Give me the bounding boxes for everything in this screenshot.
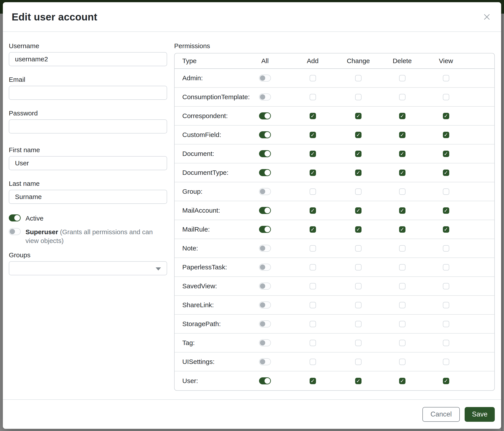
- permission-delete-checkbox[interactable]: [399, 340, 405, 346]
- permission-view-checkbox[interactable]: ✓: [443, 113, 449, 119]
- permission-change-checkbox[interactable]: [355, 359, 361, 365]
- permission-all-toggle[interactable]: [259, 74, 271, 81]
- permission-change-checkbox[interactable]: ✓: [355, 132, 361, 138]
- permission-view-checkbox[interactable]: ✓: [443, 170, 449, 176]
- permission-delete-checkbox[interactable]: ✓: [399, 378, 405, 384]
- permission-add-checkbox[interactable]: ✓: [310, 132, 316, 138]
- permission-all-toggle[interactable]: [259, 339, 271, 346]
- permission-all-toggle[interactable]: [259, 320, 271, 327]
- permission-add-checkbox[interactable]: [310, 340, 316, 346]
- permission-view-checkbox[interactable]: [443, 283, 449, 289]
- permission-delete-checkbox[interactable]: [399, 94, 405, 100]
- permission-all-toggle[interactable]: [259, 131, 271, 138]
- permission-all-toggle[interactable]: [259, 301, 271, 308]
- close-button[interactable]: [481, 11, 492, 22]
- permission-delete-checkbox[interactable]: [399, 302, 405, 308]
- permission-all-toggle[interactable]: [259, 150, 271, 157]
- permission-change-checkbox[interactable]: [355, 302, 361, 308]
- permission-change-checkbox[interactable]: [355, 264, 361, 270]
- permission-view-checkbox[interactable]: [443, 75, 449, 81]
- superuser-toggle[interactable]: [9, 228, 21, 235]
- cancel-button[interactable]: Cancel: [423, 407, 460, 422]
- permission-change-checkbox[interactable]: [355, 245, 361, 251]
- permission-view-checkbox[interactable]: [443, 302, 449, 308]
- permission-all-toggle[interactable]: [259, 377, 271, 384]
- permission-all-toggle[interactable]: [259, 264, 271, 271]
- permission-delete-checkbox[interactable]: [399, 359, 405, 365]
- permission-view-checkbox[interactable]: [443, 245, 449, 251]
- permission-delete-checkbox[interactable]: [399, 245, 405, 251]
- permission-change-checkbox[interactable]: ✓: [355, 151, 361, 157]
- last-name-input[interactable]: [9, 190, 167, 204]
- username-input[interactable]: [9, 52, 167, 66]
- permission-add-checkbox[interactable]: [310, 321, 316, 327]
- permission-view-checkbox[interactable]: ✓: [443, 151, 449, 157]
- save-button[interactable]: Save: [465, 407, 495, 422]
- permission-row: StoragePath:: [175, 315, 494, 333]
- permission-add-checkbox[interactable]: ✓: [310, 170, 316, 176]
- permission-add-checkbox[interactable]: [310, 189, 316, 195]
- permission-add-checkbox[interactable]: ✓: [310, 151, 316, 157]
- permission-all-toggle[interactable]: [259, 283, 271, 290]
- permission-add-checkbox[interactable]: ✓: [310, 226, 316, 233]
- permission-all-toggle[interactable]: [259, 226, 271, 233]
- permission-change-checkbox[interactable]: ✓: [355, 113, 361, 119]
- permission-type-label: SavedView:: [182, 282, 241, 290]
- permission-view-checkbox[interactable]: ✓: [443, 378, 449, 384]
- permission-add-checkbox[interactable]: [310, 283, 316, 289]
- permission-view-checkbox[interactable]: ✓: [443, 132, 449, 138]
- permission-view-checkbox[interactable]: [443, 189, 449, 195]
- permission-change-checkbox[interactable]: [355, 75, 361, 81]
- permission-all-toggle[interactable]: [259, 169, 271, 176]
- permission-view-checkbox[interactable]: [443, 94, 449, 100]
- permission-delete-checkbox[interactable]: ✓: [399, 226, 405, 233]
- permission-change-checkbox[interactable]: ✓: [355, 170, 361, 176]
- permission-view-checkbox[interactable]: [443, 340, 449, 346]
- permission-delete-checkbox[interactable]: [399, 189, 405, 195]
- permission-view-checkbox[interactable]: [443, 264, 449, 270]
- active-toggle[interactable]: [9, 214, 21, 221]
- permission-all-toggle[interactable]: [259, 188, 271, 195]
- permission-add-checkbox[interactable]: [310, 264, 316, 270]
- permission-delete-checkbox[interactable]: [399, 321, 405, 327]
- permission-add-checkbox[interactable]: ✓: [310, 378, 316, 384]
- permission-all-toggle[interactable]: [259, 207, 271, 214]
- permission-change-checkbox[interactable]: [355, 321, 361, 327]
- permission-view-checkbox[interactable]: [443, 321, 449, 327]
- permission-all-toggle[interactable]: [259, 112, 271, 119]
- permission-delete-checkbox[interactable]: ✓: [399, 151, 405, 157]
- permission-all-toggle[interactable]: [259, 245, 271, 252]
- permission-delete-checkbox[interactable]: ✓: [399, 132, 405, 138]
- permission-add-checkbox[interactable]: [310, 245, 316, 251]
- email-input[interactable]: [9, 86, 167, 100]
- password-input[interactable]: [9, 119, 167, 134]
- permission-add-checkbox[interactable]: [310, 75, 316, 81]
- permission-add-checkbox[interactable]: ✓: [310, 113, 316, 119]
- groups-select[interactable]: [9, 261, 167, 275]
- permission-row: Group:: [175, 182, 494, 201]
- permission-delete-checkbox[interactable]: [399, 283, 405, 289]
- permission-change-checkbox[interactable]: ✓: [355, 378, 361, 384]
- permission-all-toggle[interactable]: [259, 358, 271, 365]
- permission-delete-checkbox[interactable]: [399, 264, 405, 270]
- permission-all-toggle[interactable]: [259, 93, 271, 100]
- permission-add-checkbox[interactable]: [310, 94, 316, 100]
- permission-view-checkbox[interactable]: [443, 359, 449, 365]
- permission-add-checkbox[interactable]: [310, 302, 316, 308]
- first-name-input[interactable]: [9, 156, 167, 170]
- permission-delete-checkbox[interactable]: ✓: [399, 207, 405, 214]
- permission-row: Note:: [175, 239, 494, 258]
- permission-view-checkbox[interactable]: ✓: [443, 226, 449, 233]
- permission-change-checkbox[interactable]: ✓: [355, 207, 361, 214]
- permission-add-checkbox[interactable]: ✓: [310, 207, 316, 214]
- permission-delete-checkbox[interactable]: ✓: [399, 170, 405, 176]
- permission-add-checkbox[interactable]: [310, 359, 316, 365]
- permission-change-checkbox[interactable]: [355, 189, 361, 195]
- permission-change-checkbox[interactable]: ✓: [355, 226, 361, 233]
- permission-change-checkbox[interactable]: [355, 94, 361, 100]
- permission-change-checkbox[interactable]: [355, 283, 361, 289]
- permission-delete-checkbox[interactable]: [399, 75, 405, 81]
- permission-change-checkbox[interactable]: [355, 340, 361, 346]
- permission-view-checkbox[interactable]: ✓: [443, 207, 449, 214]
- permission-delete-checkbox[interactable]: ✓: [399, 113, 405, 119]
